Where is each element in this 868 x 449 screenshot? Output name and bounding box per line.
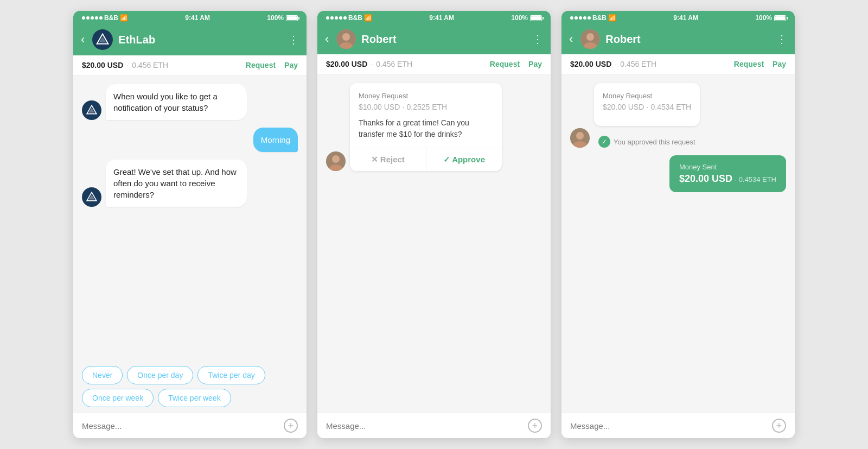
signal-dot [579,16,582,20]
status-bar-3: B&B 📶 9:41 AM 100% [561,11,795,24]
carrier-name-1: B&B [104,14,118,22]
money-amount-sep: · [403,103,407,111]
signal-dot [82,16,85,20]
battery-percent-1: 100% [267,14,284,22]
more-menu-3[interactable]: ⋮ [776,33,787,46]
money-sent-amounts: $20.00 USD · 0.4534 ETH [679,173,776,185]
request-button-3[interactable]: Request [734,60,764,68]
chat-area-1: When would you like to get a notificatio… [73,75,307,361]
message-input-1[interactable] [82,421,278,431]
money-request-row: Money Request $10.00 USD · 0.2525 ETH Th… [326,83,542,171]
signal-dot [570,16,573,20]
phone-screen-3: B&B 📶 9:41 AM 100% ‹ Robert ⋮ [561,11,795,438]
reject-button[interactable]: ✕ Reject [350,148,426,171]
pay-button-1[interactable]: Pay [284,61,298,69]
quick-reply-twice-day[interactable]: Twice per day [197,366,265,384]
message-input-3[interactable] [570,421,767,431]
battery-icon-3 [774,15,786,21]
header-avatar-1 [92,29,113,50]
money-card-message: Thanks for a great time! Can you transfe… [359,117,493,140]
back-button-1[interactable]: ‹ [81,33,85,47]
signal-dot [91,16,94,20]
carrier-name-3: B&B [592,14,607,22]
status-right-2: 100% [511,14,542,22]
quick-reply-twice-week[interactable]: Twice per week [158,389,231,407]
approved-amount-eth: 0.4534 ETH [651,103,692,111]
signal-dot [335,16,338,20]
balance-eth-3: 0.456 ETH [620,60,656,68]
message-input-2[interactable] [326,421,522,431]
balance-usd-2: $20.00 USD [326,60,367,68]
add-attachment-2[interactable]: + [528,419,542,433]
add-attachment-1[interactable]: + [284,419,298,433]
phone-screen-2: B&B 📶 9:41 AM 100% ‹ Robert ⋮ [317,11,551,438]
money-amount-usd: $10.00 USD [359,103,400,111]
money-sent-row: Money Sent $20.00 USD · 0.4534 ETH [570,155,786,192]
more-menu-1[interactable]: ⋮ [288,33,299,46]
add-attachment-3[interactable]: + [772,419,786,433]
pay-button-2[interactable]: Pay [528,60,542,68]
time-1: 9:41 AM [185,14,210,22]
chat-area-3: Money Request $20.00 USD · 0.4534 ETH ✓ … [561,74,795,413]
message-input-bar-3: + [561,413,795,438]
chat-area-2: Money Request $10.00 USD · 0.2525 ETH Th… [317,74,551,413]
approved-text: You approved this request [614,138,695,146]
balance-bar-3: $20.00 USD · 0.456 ETH Request Pay [561,54,795,74]
approved-card-title: Money Request [603,92,691,100]
chat-header-2: ‹ Robert ⋮ [317,24,551,54]
header-avatar-2 [336,29,356,49]
screens-container: B&B 📶 9:41 AM 100% ‹ EthLab ⋮ [0,0,868,449]
approved-amount-sep: · [647,103,651,111]
msg-avatar-2 [82,187,101,207]
svg-point-10 [332,155,340,163]
money-request-card: Money Request $10.00 USD · 0.2525 ETH Th… [350,83,502,171]
approved-money-card: Money Request $20.00 USD · 0.4534 ETH [594,83,700,126]
phone-screen-1: B&B 📶 9:41 AM 100% ‹ EthLab ⋮ [73,11,307,438]
money-card-actions: ✕ Reject ✓ Approve [350,148,502,171]
signal-dot [575,16,578,20]
balance-eth-1: 0.456 ETH [132,61,168,69]
quick-reply-never[interactable]: Never [82,366,123,384]
balance-dot-3: · [615,60,617,68]
approve-button[interactable]: ✓ Approve [426,148,502,171]
balance-actions-1: Request Pay [246,61,298,69]
signal-dot [326,16,329,20]
msg-avatar-1 [82,100,101,120]
money-sent-usd: $20.00 USD [679,173,732,184]
svg-point-16 [576,132,584,140]
message-row-1: When would you like to get a notificatio… [82,84,298,120]
signal-dot [86,16,90,20]
status-bar-2: B&B 📶 9:41 AM 100% [317,11,551,24]
approved-check-icon: ✓ [598,136,610,148]
balance-usd-3: $20.00 USD [570,60,611,68]
wifi-icon-2: 📶 [364,14,372,22]
status-left-1: B&B 📶 [82,14,128,22]
status-right-3: 100% [755,14,786,22]
msg-avatar-3 [326,151,346,171]
more-menu-2[interactable]: ⋮ [532,33,543,46]
request-button-1[interactable]: Request [246,61,276,69]
quick-reply-once-day[interactable]: Once per day [127,366,193,384]
header-title-1: EthLab [118,34,283,46]
signal-dot [330,16,334,20]
wifi-icon-1: 📶 [120,14,128,22]
approved-amount-usd: $20.00 USD [603,103,644,111]
message-row-2: Morning [82,128,298,152]
pay-button-3[interactable]: Pay [773,60,786,68]
quick-reply-once-week[interactable]: Once per week [82,389,154,407]
chat-header-3: ‹ Robert ⋮ [561,24,795,54]
battery-fill-1 [287,16,297,20]
quick-replies-1: Never Once per day Twice per day Once pe… [73,361,307,413]
signal-dot [343,16,347,20]
signal-dots-3 [570,16,591,20]
request-button-2[interactable]: Request [490,60,520,68]
money-sent-bubble: Money Sent $20.00 USD · 0.4534 ETH [669,155,786,192]
status-right-1: 100% [267,14,298,22]
balance-eth-2: 0.456 ETH [376,60,412,68]
money-amount-eth: 0.2525 ETH [407,103,448,111]
status-left-2: B&B 📶 [326,14,372,22]
carrier-name-2: B&B [348,14,362,22]
svg-point-13 [586,33,594,41]
back-button-3[interactable]: ‹ [569,32,573,46]
back-button-2[interactable]: ‹ [325,32,329,46]
